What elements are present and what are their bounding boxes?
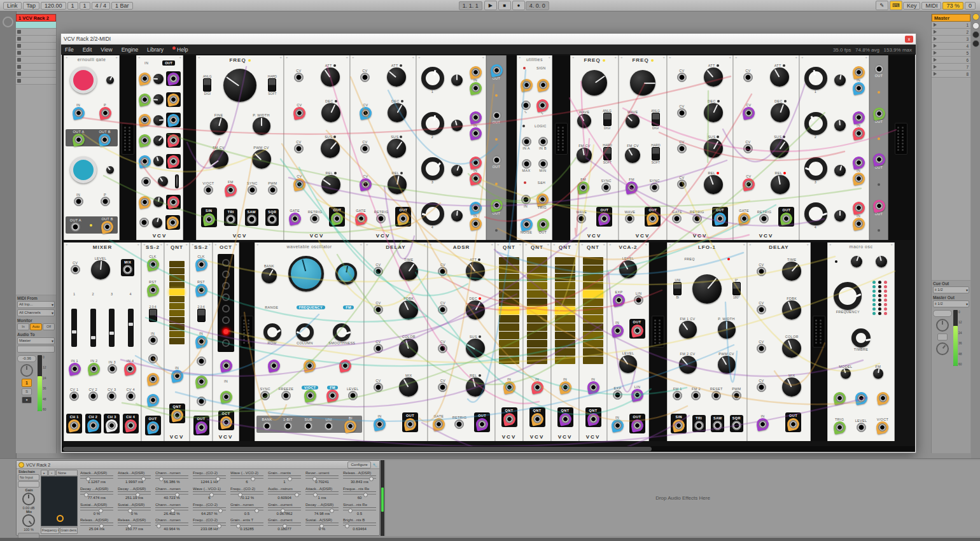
dec-knob[interactable] [771, 103, 790, 122]
jack-port[interactable] [855, 129, 863, 137]
saw-output[interactable]: SAW [245, 209, 258, 226]
param-slider[interactable] [155, 508, 188, 512]
jack-port[interactable] [141, 136, 149, 144]
preview-toggle-icon[interactable] [972, 13, 979, 20]
fm-1-cv-knob[interactable] [679, 321, 697, 339]
menu-engine[interactable]: Engine [122, 46, 138, 53]
cv-port[interactable] [294, 144, 304, 153]
small-knob[interactable] [834, 120, 846, 131]
track-gain-value[interactable]: -0.36 [17, 355, 36, 362]
menu-file[interactable]: File [65, 46, 74, 53]
out-port[interactable] [149, 423, 157, 432]
out-port[interactable] [789, 420, 797, 428]
fm-1-port[interactable] [673, 391, 682, 400]
channel-fader[interactable] [128, 309, 134, 347]
out-output[interactable]: OUT [785, 412, 801, 432]
rst-port[interactable] [149, 286, 157, 294]
in-2-port[interactable] [90, 365, 98, 373]
oct-port[interactable] [222, 418, 230, 426]
1-bit-port[interactable] [283, 421, 293, 431]
bi-port[interactable] [346, 422, 354, 430]
out-port[interactable] [399, 214, 407, 223]
fdbk-knob[interactable] [782, 300, 801, 320]
param-slider[interactable] [305, 508, 339, 512]
device-header[interactable]: VCV Rack 2 Configure 🔧 [17, 461, 379, 469]
cv-port[interactable] [677, 144, 687, 153]
bank-port[interactable] [262, 421, 272, 431]
fm-knob[interactable] [873, 369, 883, 379]
scene-slot[interactable]: 8 [932, 71, 970, 78]
out-port[interactable] [633, 421, 641, 430]
small-knob[interactable] [223, 69, 256, 102]
jack-port[interactable] [341, 362, 349, 370]
out-a-port[interactable] [71, 222, 80, 232]
jack-port[interactable] [492, 111, 501, 120]
sin-output[interactable]: SIN [201, 207, 217, 227]
transport-right-3[interactable]: 0 [965, 2, 976, 10]
param-slider[interactable] [268, 508, 301, 512]
toggle-switch[interactable] [652, 147, 660, 160]
3-knob[interactable] [421, 157, 444, 180]
jack-port[interactable] [169, 74, 178, 83]
in-port[interactable] [613, 327, 622, 335]
transport-item-tap[interactable]: Tap [23, 2, 40, 10]
mix-knob[interactable] [782, 377, 801, 397]
jack-port[interactable] [197, 377, 206, 386]
out-output[interactable]: OUT [596, 207, 612, 227]
att-knob[interactable] [466, 262, 485, 281]
sync-port[interactable] [248, 185, 257, 195]
big-round-button[interactable] [70, 67, 97, 94]
transport-item-1[interactable]: 1 [67, 2, 78, 10]
x-axis-select[interactable]: Frequency ▾ [41, 527, 59, 534]
param-slider[interactable] [80, 508, 113, 512]
jack-port[interactable] [472, 158, 480, 167]
qnt-output[interactable]: QNT [585, 407, 601, 427]
jack-port[interactable] [836, 394, 844, 402]
tri-output[interactable]: TRI [224, 209, 237, 226]
param-slider[interactable] [193, 476, 226, 480]
ch-2-port[interactable] [89, 421, 97, 430]
cv-port[interactable] [757, 267, 766, 276]
fm-port[interactable] [579, 183, 587, 192]
param-slider[interactable] [230, 523, 263, 527]
jack-port[interactable] [169, 218, 177, 227]
record-button[interactable]: ● [512, 1, 525, 10]
param-slider[interactable] [305, 476, 339, 480]
mix-knob[interactable] [399, 377, 418, 397]
jack-port[interactable] [493, 66, 501, 74]
cue-out-select[interactable]: ii 1/2▾ [933, 286, 969, 293]
draw-mode-icon[interactable]: ✎ [876, 1, 888, 10]
exp-port[interactable] [615, 296, 623, 304]
transport-item-link[interactable]: Link [3, 2, 22, 10]
scene-slot[interactable]: 7 [932, 64, 970, 71]
window-title-bar[interactable]: VCV Rack 2/2-MIDI x [61, 34, 916, 45]
cv-port[interactable] [374, 344, 383, 353]
small-knob[interactable] [451, 120, 463, 131]
tri-port[interactable] [226, 214, 235, 224]
qnt-port[interactable] [173, 411, 181, 419]
qnt-output[interactable]: QNT [529, 407, 545, 427]
ch-4-port[interactable] [127, 421, 135, 430]
dec-knob[interactable] [321, 103, 340, 122]
jack-port[interactable] [879, 394, 887, 402]
jack-port[interactable] [139, 218, 149, 227]
master-pan-knob[interactable] [936, 319, 949, 332]
param-slider[interactable] [343, 476, 376, 480]
color-knob[interactable] [399, 339, 418, 358]
stop-button[interactable]: ■ [498, 1, 511, 10]
sub-port[interactable] [304, 421, 313, 431]
qnt-port[interactable] [589, 415, 598, 423]
solo-button[interactable]: S [22, 388, 32, 395]
small-knob[interactable] [451, 210, 463, 221]
cv-port[interactable] [374, 383, 383, 392]
sidechain-sub-select[interactable] [18, 481, 39, 488]
small-knob[interactable] [834, 165, 846, 176]
cv-port[interactable] [438, 305, 447, 314]
ch 3-output[interactable]: CH 3 [104, 414, 120, 433]
small-knob[interactable] [153, 74, 164, 84]
jack-port[interactable] [270, 362, 278, 370]
4-knob[interactable] [421, 202, 444, 225]
quantizer-led-column[interactable] [499, 257, 519, 364]
param-slider[interactable] [193, 523, 226, 527]
param-slider[interactable] [343, 492, 376, 496]
